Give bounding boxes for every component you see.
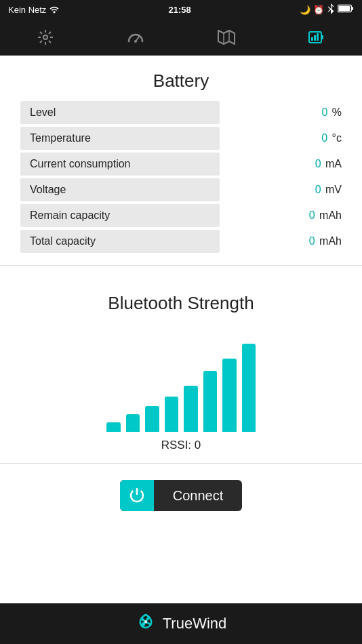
status-bar: Kein Netz 21:58 🌙 ⏰ (0, 0, 362, 19)
alarm-icon: ⏰ (313, 5, 324, 15)
svg-line-10 (49, 32, 51, 34)
table-row: Remain capacity 0 mAh (20, 204, 342, 227)
connect-label: Connect (154, 488, 243, 504)
status-time: 21:58 (169, 5, 191, 15)
status-left: Kein Netz (8, 4, 60, 16)
row-label-total: Total capacity (20, 230, 220, 253)
table-row: Temperature 0 °c (20, 127, 342, 150)
svg-line-11 (40, 41, 42, 43)
row-value-temp: 0 °c (229, 132, 342, 144)
section-divider (0, 265, 362, 266)
app-name: TrueWind (163, 615, 227, 632)
row-label-current: Current consumption (20, 153, 220, 176)
svg-point-3 (43, 35, 47, 39)
bar-item (126, 414, 140, 432)
table-row: Voltage 0 mV (20, 178, 342, 201)
svg-line-8 (40, 32, 42, 34)
top-nav (0, 19, 362, 56)
row-value-remain: 0 mAh (229, 209, 342, 222)
svg-rect-18 (321, 35, 323, 39)
row-value-current: 0 mA (229, 158, 342, 170)
rssi-label: RSSI: (161, 439, 191, 451)
moon-icon: 🌙 (300, 5, 310, 15)
bluetooth-bar-chart (106, 337, 256, 432)
table-row: Total capacity 0 mAh (20, 230, 342, 253)
wifi-icon (49, 4, 60, 16)
row-value-level: 0 % (229, 106, 342, 119)
nav-speed[interactable] (115, 19, 156, 56)
svg-rect-2 (352, 7, 353, 10)
svg-rect-19 (311, 37, 313, 41)
svg-point-13 (134, 40, 137, 43)
network-label: Kein Netz (8, 5, 46, 15)
connect-area: Connect (0, 480, 362, 511)
bar-item (184, 386, 198, 432)
bar-item (106, 422, 121, 432)
row-label-temp: Temperature (20, 127, 220, 150)
bluetooth-icon (327, 3, 335, 16)
bar-item (165, 397, 179, 432)
nav-settings[interactable] (25, 19, 66, 56)
battery-status-icon (338, 4, 354, 15)
battery-table: Level 0 % Temperature 0 °c Current consu… (0, 101, 362, 253)
main-content: Battery Level 0 % Temperature 0 °c Cur (0, 56, 362, 603)
row-value-voltage: 0 mV (229, 184, 342, 196)
rssi-value: 0 (195, 439, 201, 451)
row-label-level: Level (20, 101, 220, 124)
connect-button[interactable]: Connect (120, 480, 243, 511)
battery-section: Battery Level 0 % Temperature 0 °c Cur (0, 56, 362, 253)
app-footer: TrueWind (0, 603, 362, 644)
svg-point-22 (144, 620, 147, 623)
row-label-voltage: Voltage (20, 178, 220, 201)
nav-map[interactable] (206, 19, 247, 56)
connect-divider (0, 463, 362, 464)
battery-title: Battery (0, 56, 362, 101)
svg-marker-14 (218, 31, 235, 44)
svg-line-9 (49, 41, 51, 43)
table-row: Level 0 % (20, 101, 342, 124)
bar-item (203, 371, 218, 432)
svg-rect-1 (338, 6, 350, 11)
table-row: Current consumption 0 mA (20, 153, 342, 176)
nav-battery-info[interactable] (296, 19, 337, 56)
rssi-display: RSSI: 0 (14, 439, 348, 452)
connect-power-icon (120, 480, 154, 511)
truewind-logo-icon (136, 611, 156, 637)
svg-rect-21 (317, 33, 319, 41)
svg-rect-20 (314, 35, 316, 41)
bar-item (242, 344, 256, 432)
bluetooth-section: Bluetooth Strength RSSI: 0 (0, 278, 362, 452)
bluetooth-title: Bluetooth Strength (14, 278, 348, 323)
row-value-total: 0 mAh (229, 235, 342, 247)
bar-item (222, 359, 237, 432)
row-label-remain: Remain capacity (20, 204, 220, 227)
status-right: 🌙 ⏰ (300, 3, 354, 16)
bar-item (145, 406, 159, 432)
